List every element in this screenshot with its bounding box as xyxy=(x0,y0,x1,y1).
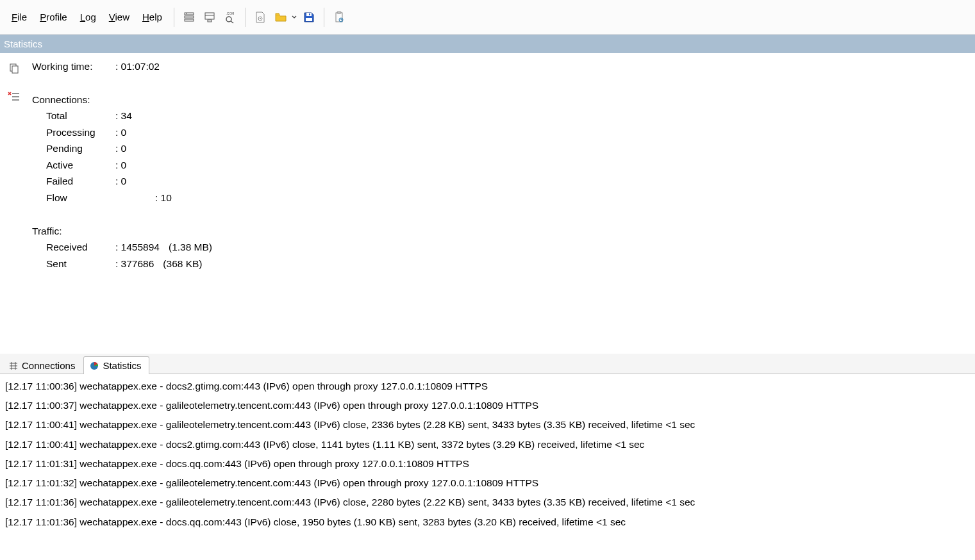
working-time-label: Working time: xyxy=(32,58,115,75)
log-line: [12.17 11:00:41] wechatappex.exe - docs2… xyxy=(5,435,970,454)
svg-point-11 xyxy=(260,18,261,19)
separator xyxy=(324,8,324,27)
sent-human: (368 KB) xyxy=(163,256,202,272)
side-toolbar xyxy=(0,53,28,354)
log-line: [12.17 11:01:36] wechatappex.exe - galil… xyxy=(5,493,970,512)
svg-rect-2 xyxy=(185,19,194,21)
pie-chart-icon xyxy=(89,361,99,371)
menu-help[interactable]: Help xyxy=(136,8,169,26)
failed-label: Failed xyxy=(32,173,115,190)
log-line: [12.17 11:00:36] wechatappex.exe - docs2… xyxy=(5,377,970,396)
stats-container: Working time: : 01:07:02 Connections: To… xyxy=(0,53,975,354)
working-time-value: : 01:07:02 xyxy=(115,58,160,75)
log-line: [12.17 11:00:37] wechatappex.exe - galil… xyxy=(5,396,970,415)
active-label: Active xyxy=(32,157,115,174)
pending-value: : 0 xyxy=(115,140,126,157)
flow-label: Flow xyxy=(32,190,115,206)
save-icon[interactable] xyxy=(299,8,319,27)
total-label: Total xyxy=(32,108,115,124)
separator xyxy=(245,8,246,27)
svg-text:.COM: .COM xyxy=(226,12,234,15)
log-line: [12.17 11:01:36] wechatappex.exe - docs.… xyxy=(5,513,970,532)
statistics-panel: Working time: : 01:07:02 Connections: To… xyxy=(28,53,975,354)
failed-value: : 0 xyxy=(115,173,126,190)
sent-bytes: : 377686 xyxy=(115,256,154,272)
pending-label: Pending xyxy=(32,140,115,157)
menu-profile[interactable]: Profile xyxy=(33,8,74,26)
menu-log[interactable]: Log xyxy=(74,8,103,26)
menubar: File Profile Log View Help .COM xyxy=(0,0,975,35)
flow-value: : 10 xyxy=(115,190,172,206)
log-line: [12.17 11:01:32] wechatappex.exe - galil… xyxy=(5,474,970,493)
svg-rect-13 xyxy=(309,13,310,15)
server-single-icon[interactable] xyxy=(200,8,219,27)
server-list-icon[interactable] xyxy=(179,8,199,27)
menu-view[interactable]: View xyxy=(103,8,136,26)
log-line: [12.17 11:00:41] wechatappex.exe - galil… xyxy=(5,415,970,434)
tab-connections-label: Connections xyxy=(22,360,75,371)
svg-rect-0 xyxy=(185,13,194,15)
svg-point-8 xyxy=(226,17,231,22)
svg-line-9 xyxy=(231,21,233,23)
svg-rect-14 xyxy=(306,18,312,21)
settings-file-icon[interactable] xyxy=(251,8,270,27)
tab-statistics-label: Statistics xyxy=(103,360,141,371)
log-panel[interactable]: [12.17 11:00:36] wechatappex.exe - docs2… xyxy=(0,374,975,560)
total-value: : 34 xyxy=(115,108,132,124)
svg-point-3 xyxy=(186,13,187,14)
menu-items: File Profile Log View Help xyxy=(5,8,169,26)
folder-icon[interactable] xyxy=(271,8,290,27)
processing-label: Processing xyxy=(32,124,115,141)
received-bytes: : 1455894 xyxy=(115,239,160,256)
folder-dropdown[interactable] xyxy=(271,8,298,27)
svg-rect-1 xyxy=(185,16,194,18)
clear-list-icon[interactable] xyxy=(6,89,22,104)
search-com-icon[interactable]: .COM xyxy=(221,8,240,27)
processing-value: : 0 xyxy=(115,124,126,141)
received-human: (1.38 MB) xyxy=(169,239,212,256)
svg-rect-19 xyxy=(12,66,18,73)
main-area: Working time: : 01:07:02 Connections: To… xyxy=(0,53,975,560)
tab-statistics[interactable]: Statistics xyxy=(83,356,149,374)
log-line: [12.17 11:01:31] wechatappex.exe - docs.… xyxy=(5,454,970,474)
separator xyxy=(174,8,174,27)
connections-label: Connections: xyxy=(32,92,115,108)
svg-rect-6 xyxy=(208,20,212,22)
panel-title: Statistics xyxy=(4,38,42,49)
tab-connections[interactable]: Connections xyxy=(3,356,83,374)
received-label: Received xyxy=(32,239,115,256)
active-value: : 0 xyxy=(115,157,126,174)
traffic-label: Traffic: xyxy=(32,223,115,240)
panel-header: Statistics xyxy=(0,35,975,53)
clipboard-icon[interactable] xyxy=(329,8,349,27)
sent-label: Sent xyxy=(32,256,115,272)
svg-rect-4 xyxy=(205,13,214,19)
chevron-down-icon[interactable] xyxy=(290,8,298,27)
copy-icon[interactable] xyxy=(6,61,22,76)
tab-strip: Connections Statistics xyxy=(0,354,975,374)
connections-icon xyxy=(8,361,19,371)
menu-file[interactable]: File xyxy=(5,8,33,26)
